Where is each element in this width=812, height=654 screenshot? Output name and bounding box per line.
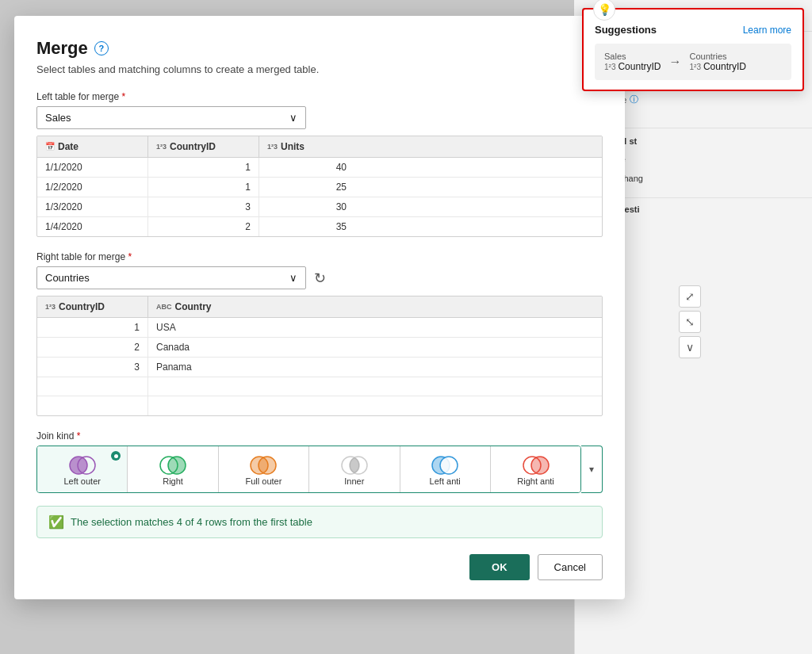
zoom-out-button[interactable]: ⤡ xyxy=(679,311,701,333)
dialog-title-text: Merge xyxy=(36,38,88,59)
join-option-right[interactable]: Right xyxy=(128,446,218,492)
cell-date: 1/4/2020 xyxy=(37,217,148,236)
right-table-body: 1 USA 2 Canada 3 Panama xyxy=(37,318,602,415)
left-table-header: 📅 Date 1²3 CountryID 1²3 Units xyxy=(37,136,602,158)
svg-point-6 xyxy=(259,457,276,474)
table-row-empty xyxy=(37,377,602,396)
suggestion-card[interactable]: Sales 1²3 CountryID → Countries 1²3 Coun… xyxy=(595,44,791,80)
col-header-country: ABC Country xyxy=(148,296,291,317)
venn-left-anti xyxy=(430,454,460,476)
table-row[interactable]: 3 Panama xyxy=(37,358,602,377)
suggestions-popup: 💡 Suggestions Learn more Sales 1²3 Count… xyxy=(582,8,804,91)
join-label: Left anti xyxy=(430,476,461,486)
left-table-body: 1/1/2020 1 40 1/2/2020 1 25 1/3/2020 3 3… xyxy=(37,158,602,236)
table-row[interactable]: 2 Canada xyxy=(37,338,602,358)
venn-full-outer xyxy=(248,454,278,476)
col-header-countryid: 1²3 CountryID xyxy=(148,136,259,157)
selected-indicator xyxy=(111,451,121,461)
right-col-type: 1²3 xyxy=(689,63,700,71)
join-option-right-anti[interactable]: Right anti xyxy=(491,446,580,492)
join-option-left-anti[interactable]: Left anti xyxy=(400,446,491,492)
cell-countryid: 2 xyxy=(148,217,259,236)
cell-units: 35 xyxy=(259,217,354,236)
required-star: * xyxy=(121,91,125,102)
svg-point-2 xyxy=(70,457,87,474)
join-label: Right xyxy=(163,476,183,486)
cell-countryid: 3 xyxy=(37,358,148,377)
cell-date: 1/3/2020 xyxy=(37,197,148,216)
left-table-value: Sales xyxy=(45,112,71,124)
chevron-down-icon: ∨ xyxy=(289,272,297,284)
cell-date: 1/1/2020 xyxy=(37,158,148,177)
help-icon[interactable]: ? xyxy=(94,41,109,55)
required-star: * xyxy=(128,251,132,262)
match-message: ✅ The selection matches 4 of 4 rows from… xyxy=(36,506,603,538)
ok-button[interactable]: OK xyxy=(469,554,530,580)
suggestion-left: Sales 1²3 CountryID xyxy=(604,52,661,72)
cell-countryid: 2 xyxy=(37,338,148,357)
left-table: 📅 Date 1²3 CountryID 1²3 Units 1/1/2020 … xyxy=(36,136,603,237)
venn-inner xyxy=(339,454,370,476)
right-table-section: Right table for merge * Countries ∨ ↻ 1²… xyxy=(36,251,603,416)
svg-point-12 xyxy=(440,457,458,474)
number-icon: 1²3 xyxy=(45,304,56,311)
join-option-inner[interactable]: Inner xyxy=(309,446,400,492)
cell-countryid: 1 xyxy=(148,158,259,177)
chevron-down-icon[interactable]: ∨ xyxy=(679,336,701,358)
right-table-dropdown[interactable]: Countries ∨ xyxy=(36,266,306,289)
number-icon: 1²3 xyxy=(156,143,167,151)
table-row[interactable]: 1/2/2020 1 25 xyxy=(37,178,602,197)
cell-units: 25 xyxy=(259,178,354,197)
dialog-subtitle: Select tables and matching columns to cr… xyxy=(36,63,603,75)
zoom-controls: ⤢ ⤡ ∨ xyxy=(679,285,701,358)
table-row[interactable]: 1/4/2020 2 35 xyxy=(37,217,602,236)
table-row-empty xyxy=(37,396,602,415)
venn-right xyxy=(158,454,188,476)
suggestions-title: Suggestions xyxy=(595,24,657,36)
join-more-button[interactable]: ▾ xyxy=(581,446,603,493)
chevron-down-icon: ▾ xyxy=(589,464,594,475)
join-kind-section: Join kind * Left outer xyxy=(36,430,603,493)
text-icon: ABC xyxy=(156,304,172,311)
col-header-countryid: 1²3 CountryID xyxy=(37,296,148,317)
right-col: 1²3 CountryID xyxy=(689,61,745,72)
dialog-title-row: Merge ? xyxy=(36,38,603,59)
check-icon: ✅ xyxy=(48,514,64,530)
venn-left-outer xyxy=(67,454,98,476)
suggestion-right: Countries 1²3 CountryID xyxy=(689,52,745,72)
join-label: Left outer xyxy=(63,476,100,486)
zoom-in-button[interactable]: ⤢ xyxy=(679,285,701,308)
join-label: Full outer xyxy=(246,476,282,486)
left-table-dropdown[interactable]: Sales ∨ xyxy=(36,106,306,129)
number-icon: 1²3 xyxy=(267,143,278,151)
svg-point-14 xyxy=(531,457,549,474)
join-option-left-outer[interactable]: Left outer xyxy=(37,446,128,492)
left-col: 1²3 CountryID xyxy=(604,61,661,72)
dialog-footer: OK Cancel xyxy=(36,554,603,580)
left-col-type: 1²3 xyxy=(604,63,615,71)
arrow-icon: → xyxy=(668,55,681,69)
left-table-label: Left table for merge * xyxy=(36,91,603,102)
right-table: 1²3 CountryID ABC Country 1 USA 2 Canada xyxy=(36,296,603,416)
table-row[interactable]: 1/3/2020 3 30 xyxy=(37,197,602,217)
merge-dialog: Merge ? Select tables and matching colum… xyxy=(14,16,625,599)
join-label: Right anti xyxy=(517,476,553,486)
table-row[interactable]: 1/1/2020 1 40 xyxy=(37,158,602,178)
table-row[interactable]: 1 USA xyxy=(37,318,602,338)
join-options: Left outer Right Full outer xyxy=(36,446,581,493)
left-table-name: Sales xyxy=(604,52,626,61)
cancel-button[interactable]: Cancel xyxy=(538,554,603,580)
cell-date: 1/2/2020 xyxy=(37,178,148,197)
cell-units: 40 xyxy=(259,158,354,177)
join-option-full-outer[interactable]: Full outer xyxy=(219,446,309,492)
required-star: * xyxy=(77,430,81,442)
right-table-header: 1²3 CountryID ABC Country xyxy=(37,296,602,318)
learn-more-link[interactable]: Learn more xyxy=(743,25,791,36)
chevron-down-icon: ∨ xyxy=(289,112,297,124)
cell-country: Panama xyxy=(148,358,291,377)
venn-right-anti xyxy=(521,454,551,476)
suggestions-header: Suggestions Learn more xyxy=(595,24,791,36)
right-table-name: Countries xyxy=(689,52,726,61)
refresh-icon[interactable]: ↻ xyxy=(314,270,326,287)
cell-countryid: 1 xyxy=(148,178,259,197)
